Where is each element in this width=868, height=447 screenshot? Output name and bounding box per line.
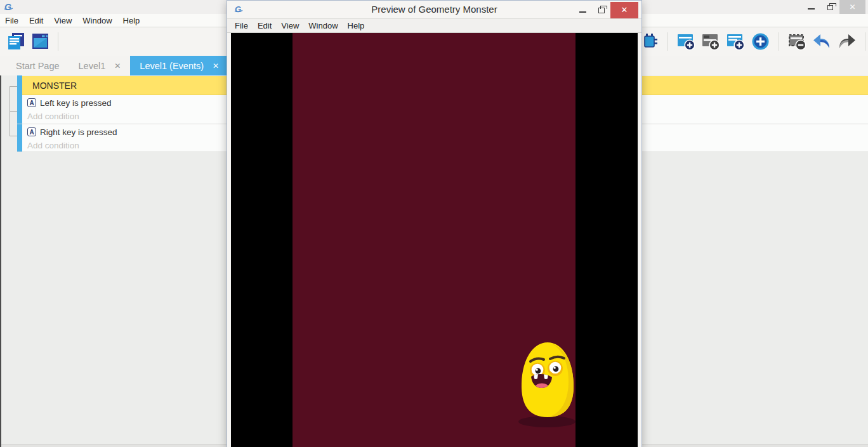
keyboard-key-icon: A [27, 127, 36, 136]
add-subevent-icon[interactable] [701, 32, 721, 51]
debugger-icon[interactable] [640, 32, 659, 51]
add-event-icon[interactable] [676, 32, 696, 51]
event-handle[interactable] [17, 95, 22, 124]
keyboard-key-icon: A [27, 98, 36, 107]
toolbar-divider [865, 32, 865, 51]
close-icon: ✕ [849, 3, 855, 11]
menu-help[interactable]: Help [123, 16, 140, 25]
close-button[interactable]: ✕ [610, 2, 638, 18]
minimize-icon [808, 8, 815, 10]
preview-window: G Preview of Geometry Monster ✕ File Edi… [227, 0, 642, 447]
menu-file[interactable]: File [235, 21, 248, 30]
preview-menubar: File Edit View Window Help [227, 18, 641, 33]
tree-line [10, 136, 17, 136]
preview-titlebar[interactable]: G Preview of Geometry Monster ✕ [227, 1, 641, 18]
toolbar-right-group [640, 32, 868, 51]
tab-label: Level1 (Events) [140, 61, 204, 71]
minimize-button[interactable] [574, 2, 592, 18]
scene-editor-icon[interactable] [30, 32, 50, 51]
undo-icon[interactable] [812, 32, 832, 51]
menu-window[interactable]: Window [82, 16, 112, 25]
maximize-icon [598, 8, 605, 13]
tab-close-icon[interactable]: ✕ [213, 62, 219, 70]
tab-level1-events[interactable]: Level1 (Events) ✕ [130, 56, 228, 75]
toolbar-left-group [6, 32, 62, 51]
svg-text:G: G [4, 2, 11, 12]
tab-close-icon[interactable]: ✕ [114, 62, 121, 70]
add-comment-icon[interactable] [726, 32, 746, 51]
condition-text: Right key is pressed [40, 127, 117, 137]
gdevelop-app: G ✕ File Edit View Window Help [0, 0, 868, 447]
close-button[interactable]: ✕ [839, 0, 865, 14]
delete-event-icon[interactable] [787, 32, 807, 51]
toolbar-divider [667, 32, 668, 51]
preview-window-controls: ✕ [574, 1, 638, 18]
menu-window[interactable]: Window [308, 21, 338, 30]
project-manager-icon[interactable] [6, 32, 26, 51]
restore-button[interactable] [820, 0, 839, 14]
menu-help[interactable]: Help [348, 21, 365, 30]
tab-label: Level1 [79, 61, 106, 71]
tab-start-page[interactable]: Start Page [6, 56, 69, 75]
minimize-button[interactable] [801, 0, 820, 14]
menu-edit[interactable]: Edit [258, 21, 272, 30]
event-handle[interactable] [17, 75, 22, 95]
event-group-label: MONSTER [32, 76, 77, 95]
game-viewport[interactable] [231, 33, 638, 447]
redo-icon[interactable] [837, 32, 857, 51]
tree-line [10, 111, 17, 112]
toolbar-divider [58, 32, 58, 51]
menu-file[interactable]: File [5, 16, 18, 25]
close-icon: ✕ [621, 5, 628, 15]
menu-view[interactable]: View [281, 21, 299, 30]
condition-text: Left key is pressed [40, 98, 112, 108]
add-new-event-icon[interactable] [751, 32, 770, 51]
event-handle[interactable] [17, 124, 22, 152]
gdevelop-logo-icon: G [4, 2, 14, 12]
minimize-icon [579, 11, 586, 13]
monster-sprite [516, 340, 579, 429]
tab-label: Start Page [16, 61, 60, 71]
toolbar-divider [779, 32, 779, 51]
tab-level1[interactable]: Level1 ✕ [69, 56, 131, 75]
main-window-controls: ✕ [801, 0, 865, 14]
restore-icon [827, 5, 833, 10]
maximize-button[interactable] [592, 2, 610, 18]
menu-view[interactable]: View [54, 16, 72, 25]
menu-edit[interactable]: Edit [29, 16, 43, 25]
tree-line [10, 86, 17, 87]
